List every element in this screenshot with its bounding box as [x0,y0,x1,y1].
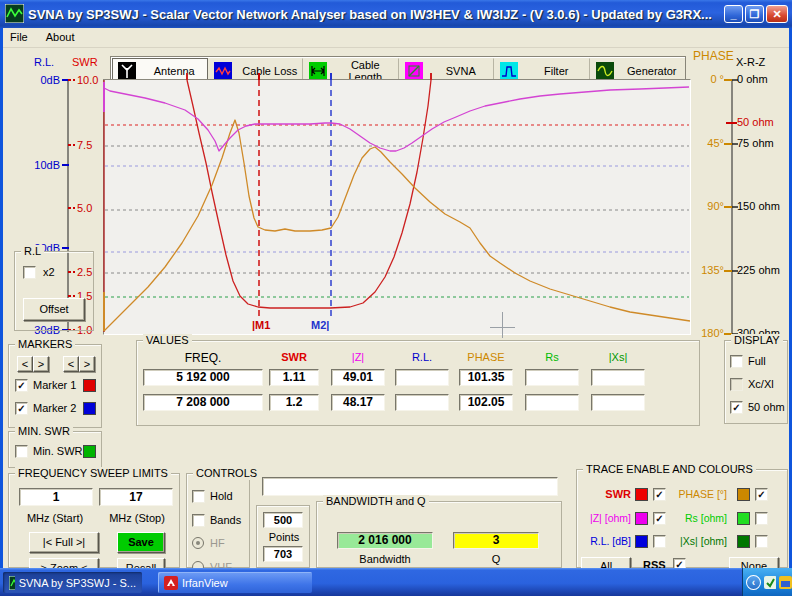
x2-checkbox[interactable] [23,266,36,279]
menu-bar: File About [0,28,792,48]
display-50ohm-checkbox[interactable]: ✓ [730,401,743,414]
offset-button[interactable]: Offset [23,298,85,321]
taskbar-button-irfanview[interactable]: IrfanView [158,572,312,593]
command-input[interactable] [262,477,558,496]
trace-swr-swatch[interactable] [635,488,648,501]
markers-group-title: MARKERS [15,338,75,351]
swr-tick-5: 5.0 [77,202,92,214]
display-group-title: DISPLAY [731,334,783,347]
title-bar: SVNA by SP3SWJ - Scalar Vector Network A… [0,0,792,28]
swr-tick-10: 10.0 [77,74,98,86]
m2-z-value[interactable]: 48.17 [331,394,385,411]
trace-phase-swatch[interactable] [737,488,750,501]
m2-rs-value[interactable] [525,394,579,411]
marker2-prev-button[interactable]: < [63,356,79,372]
m1-freq-value[interactable]: 5 192 000 [143,369,263,386]
sweep-limits-group: FREQUENCY SWEEP LIMITS 1 17 MHz (Start) … [8,473,180,568]
values-group-title: VALUES [143,334,192,347]
chart-plot-area[interactable] [103,79,691,335]
marker2-color-swatch[interactable] [83,402,96,415]
ohm-tick-0: 0 ohm [737,73,768,85]
taskbar-button-svna[interactable]: SVNA by SP3SWJ - S... [3,572,142,593]
m1-swr-value[interactable]: 1.11 [269,369,319,386]
tray-icon-1[interactable] [764,576,777,589]
min-swr-checkbox[interactable] [15,445,28,458]
trace-rs-label: Rs [ohm] [665,512,727,524]
step-input[interactable]: 703 [263,546,303,562]
ohm-tick-75: 75 ohm [737,137,774,149]
header-xs: |Xs| [591,351,645,363]
bands-checkbox[interactable] [192,514,205,527]
m1-phase-value[interactable]: 101.35 [459,369,513,386]
controls-group: CONTROLS Hold Bands HF VHF [186,473,250,568]
filter-icon [500,62,518,80]
points-label: Points [257,531,311,543]
hf-radio[interactable] [192,537,204,549]
display-full-checkbox[interactable] [730,355,743,368]
trace-rl-swatch[interactable] [635,535,648,548]
m1-xs-value[interactable] [591,369,645,386]
display-xcxl-checkbox[interactable] [730,378,743,391]
xrz-axis-title: X-R-Z [736,56,765,68]
points-group: 500 Points 703 [256,505,310,568]
m1-rl-value[interactable] [395,369,449,386]
marker1-checkbox[interactable]: ✓ [15,379,28,392]
minimize-button[interactable]: _ [724,5,743,23]
min-swr-color-swatch[interactable] [83,445,96,458]
m1-z-value[interactable]: 49.01 [331,369,385,386]
trace-swr-label: SWR [579,488,631,500]
trace-rs-checkbox[interactable] [755,512,768,525]
maximize-button[interactable]: ❐ [745,5,764,23]
bandwidth-group-title: BANDWIDTH and Q [323,495,429,508]
trace-phase-checkbox[interactable]: ✓ [755,488,768,501]
menu-about[interactable]: About [46,31,75,47]
tray-chevron-icon[interactable]: ‹ [746,575,761,590]
desktop: SVNA by SP3SWJ - Scalar Vector Network A… [0,0,792,596]
tray-icon-2[interactable] [779,576,792,589]
trace-phase-label: PHASE [°] [665,488,727,500]
trace-z-swatch[interactable] [635,512,648,525]
min-swr-group-title: MIN. SWR [15,425,73,438]
marker1-prev-button[interactable]: < [17,356,33,372]
ohm-tick-225: 225 ohm [737,264,780,276]
display-xcxl-label: Xc/Xl [748,378,774,390]
rl-offset-group: R.L x2 Offset [14,251,94,331]
bandwidth-label: Bandwidth [337,553,433,565]
phase-axis-title: PHASE [693,49,734,63]
trace-rs-swatch[interactable] [737,512,750,525]
stop-freq-input[interactable]: 17 [99,488,173,506]
start-freq-input[interactable]: 1 [19,488,93,506]
close-button[interactable]: ✕ [766,5,788,23]
marker1-next-button[interactable]: > [33,356,49,372]
marker2-checkbox[interactable]: ✓ [15,402,28,415]
header-freq: FREQ. [143,351,263,365]
header-swr: SWR [269,351,319,363]
sweep-limits-group-title: FREQUENCY SWEEP LIMITS [15,467,171,480]
m2-swr-value[interactable]: 1.2 [269,394,319,411]
rl-group-title: R.L [21,245,44,258]
window-title: SVNA by SP3SWJ - Scalar Vector Network A… [28,7,712,22]
marker2-chart-label: M2| [311,319,329,331]
antenna-icon [118,62,136,80]
full-span-button[interactable]: |< Full >| [29,532,99,553]
svna-task-icon [9,576,15,590]
menu-file[interactable]: File [10,31,28,47]
trace-xs-checkbox[interactable] [755,535,768,548]
m1-rs-value[interactable] [525,369,579,386]
trace-xs-label: |Xs| [ohm] [665,535,727,547]
bandwidth-value: 2 016 000 [337,532,433,549]
min-swr-group: MIN. SWR Min. SWR [8,431,102,468]
points-input[interactable]: 500 [263,512,303,528]
marker1-color-swatch[interactable] [83,379,96,392]
hf-label: HF [210,537,225,549]
m2-rl-value[interactable] [395,394,449,411]
m2-xs-value[interactable] [591,394,645,411]
m2-phase-value[interactable]: 102.05 [459,394,513,411]
marker2-next-button[interactable]: > [79,356,95,372]
trace-xs-swatch[interactable] [737,535,750,548]
marker1-label: Marker 1 [33,379,76,391]
system-tray: ‹ [742,568,792,596]
save-button[interactable]: Save [117,532,165,553]
hold-checkbox[interactable] [192,490,205,503]
m2-freq-value[interactable]: 7 208 000 [143,394,263,411]
